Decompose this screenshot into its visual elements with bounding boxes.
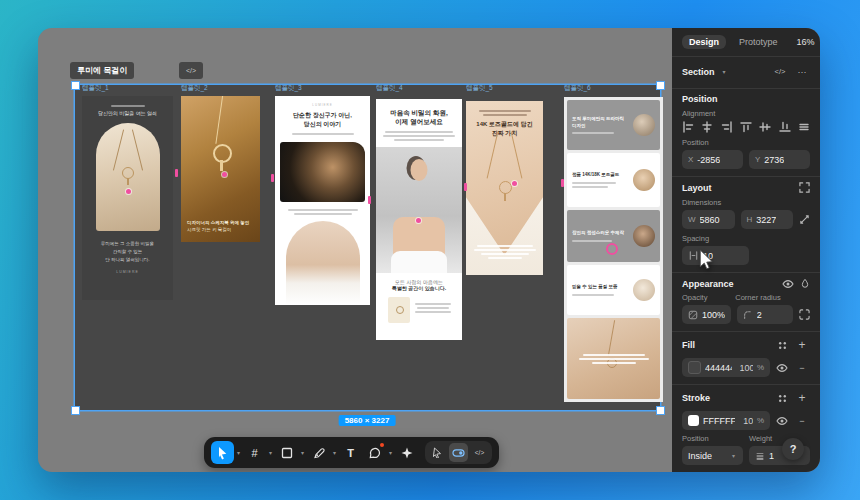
stroke-visibility-eye-icon[interactable] [776,416,788,426]
comment-tool-chevron[interactable]: ▾ [387,449,394,456]
card-photo [633,169,655,191]
corner-radius-value: 2 [757,310,762,320]
move-tool-chevron[interactable]: ▾ [235,449,242,456]
align-bottom-icon[interactable] [779,121,791,133]
styles-grid-icon[interactable] [777,340,788,351]
card-title: 장인의 정성스러운 수제작 [572,230,624,236]
align-right-icon[interactable] [721,121,733,133]
align-top-icon[interactable] [740,121,752,133]
frame-tool[interactable]: # [243,441,266,464]
text-line [479,110,531,112]
frame-label-2[interactable]: 템플릿_2 [181,84,259,93]
feature-card: 믿을 수 있는 품질 보증 [567,265,660,315]
selection-type[interactable]: Section [682,67,715,77]
align-v-center-icon[interactable] [759,121,771,133]
mode-toggle-cluster: </> [425,441,492,464]
stroke-color-input[interactable]: FFFFFF 10 % [682,411,770,430]
add-fill-icon[interactable]: + [794,337,810,353]
fill-color-swatch[interactable] [688,361,701,374]
zoom-level[interactable]: 16% [797,37,815,47]
stroke-position-select[interactable]: Inside ▾ [682,446,743,465]
card-title: 오직 루미에만의 드라마틱 디자인 [572,116,624,129]
selection-type-chevron[interactable]: ▾ [721,68,728,75]
stroke-hex: FFFFFF [703,416,735,426]
spacing-input[interactable]: 10 [682,246,749,265]
design-mode-button[interactable] [428,443,447,462]
frame3-brand: LUMIERE [275,103,370,107]
fill-visibility-eye-icon[interactable] [776,363,788,373]
selection-handle-bl[interactable] [71,406,80,415]
frame3-model-photo [286,221,360,305]
shape-tool[interactable] [275,441,298,464]
code-mode-button[interactable]: </> [470,443,489,462]
align-left-icon[interactable] [682,121,694,133]
stroke-opacity[interactable]: 10 [743,416,753,426]
copy-code-icon[interactable]: </> [772,64,788,80]
section-name-chip[interactable]: 루미에 목걸이 [70,62,134,79]
stroke-styles-grid-icon[interactable] [777,393,788,404]
help-button[interactable]: ? [782,438,804,460]
tab-prototype[interactable]: Prototype [732,35,785,49]
frame-3[interactable]: LUMIERE 단순한 장신구가 아닌, 당신의 이야기 [275,96,370,305]
notification-dot [380,443,384,447]
selection-handle-br[interactable] [656,406,665,415]
edge-marker [175,169,178,177]
text-line [383,135,455,137]
eye-icon[interactable] [782,279,794,289]
y-position-input[interactable]: Y 2736 [749,150,810,169]
selection-handle-tl[interactable] [71,81,80,90]
frame-5[interactable]: 14K 로즈골드에 담긴 진짜 가치 [466,101,543,275]
expand-layout-icon[interactable] [799,182,810,193]
frame-label-4[interactable]: 템플릿_4 [376,84,461,93]
fill-color-input[interactable]: 444444 100 % [682,358,770,377]
tab-design[interactable]: Design [682,35,726,49]
text-line [572,186,608,188]
frame-tool-chevron[interactable]: ▾ [267,449,274,456]
h-prefix: H [747,215,753,224]
frame-2[interactable]: 디자이너의 스케치북 위에 놓인 시크릿 가든 키 목걸이 [181,96,260,242]
frame-label-6[interactable]: 템플릿_6 [564,84,662,93]
pen-tool-chevron[interactable]: ▾ [331,449,338,456]
tidy-up-icon[interactable] [798,121,810,133]
pen-tool[interactable] [307,441,330,464]
opacity-input[interactable]: 100% [682,305,731,324]
align-h-center-icon[interactable] [701,121,713,133]
stroke-section-title: Stroke [682,393,710,403]
x-value: -2856 [697,155,720,165]
dimensions-label: Dimensions [682,198,810,207]
shape-tool-chevron[interactable]: ▾ [299,449,306,456]
text-line [415,303,451,305]
opacity-label: Opacity [682,293,729,302]
frame-1[interactable]: 당신만의 비밀을 여는 열쇠 루미에는 그 소중한 비밀을 간직할 수 있는 단… [82,96,173,300]
frame-label-1[interactable]: 템플릿_1 [82,84,172,93]
frame4-heading: 마음속 비밀의 화원, [376,108,462,117]
link-dimensions-icon[interactable] [799,214,810,225]
remove-fill-icon[interactable]: − [794,360,810,376]
text-line [415,311,451,313]
text-line [474,249,536,251]
blend-droplet-icon[interactable] [800,278,810,289]
text-tool[interactable]: T [339,441,362,464]
fill-opacity[interactable]: 100 [740,363,753,373]
y-prefix: Y [755,155,760,164]
stroke-color-swatch[interactable] [688,415,699,426]
remove-stroke-icon[interactable]: − [794,413,810,429]
actions-tool[interactable] [395,441,418,464]
width-input[interactable]: W 5860 [682,210,735,229]
add-stroke-icon[interactable]: + [794,390,810,406]
frame-label-5[interactable]: 템플릿_5 [466,84,542,93]
frame-label-3[interactable]: 템플릿_3 [275,84,369,93]
move-tool[interactable] [211,441,234,464]
dev-mode-toggle[interactable] [449,443,468,462]
more-options-icon[interactable]: ··· [794,64,810,80]
x-position-input[interactable]: X -2856 [682,150,743,169]
corner-radius-input[interactable]: 2 [737,305,793,324]
comment-tool[interactable] [363,441,386,464]
pointer-icon [433,447,443,458]
height-input[interactable]: H 3227 [741,210,794,229]
independent-corners-icon[interactable] [799,309,810,320]
selection-handle-tr[interactable] [656,81,665,90]
mouse-cursor [699,249,714,269]
frame1-arch-photo [96,123,160,231]
section-code-chip[interactable]: </> [179,62,203,79]
